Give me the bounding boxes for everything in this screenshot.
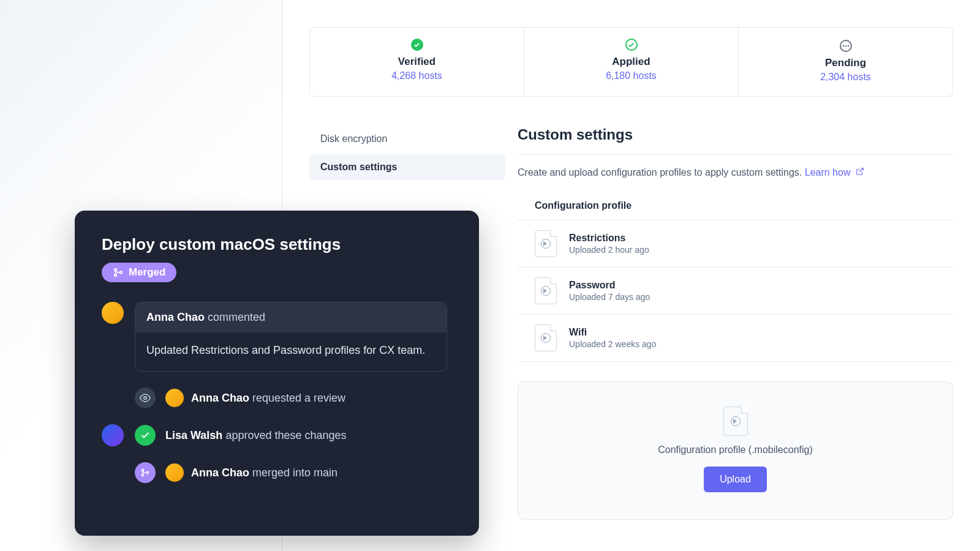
file-icon <box>535 230 557 257</box>
upload-label: Configuration profile (.mobileconfig) <box>518 444 952 455</box>
profile-meta: Uploaded 7 days ago <box>569 292 650 302</box>
profile-name: Password <box>569 280 650 291</box>
check-icon <box>135 425 156 446</box>
profile-row[interactable]: Password Uploaded 7 days ago <box>518 267 953 314</box>
settings-title: Custom settings <box>518 126 953 143</box>
git-merge-icon <box>113 267 124 278</box>
pr-event-text: Anna Chao merged into main <box>191 467 337 479</box>
svg-point-5 <box>115 274 117 277</box>
svg-point-2 <box>847 45 849 47</box>
upload-button[interactable]: Upload <box>704 467 767 492</box>
check-outline-icon <box>625 39 638 51</box>
profile-name: Restrictions <box>569 233 649 244</box>
comment-header: Anna Chao commented <box>135 302 447 332</box>
comment-box: Anna Chao commented Updated Restrictions… <box>135 302 447 372</box>
profile-row[interactable]: Restrictions Uploaded 2 hour ago <box>518 220 953 267</box>
stat-label: Verified <box>310 56 524 68</box>
profile-row[interactable]: Wifi Uploaded 2 weeks ago <box>518 314 953 362</box>
eye-icon <box>135 388 156 408</box>
comment-body: Updated Restrictions and Password profil… <box>135 332 447 371</box>
svg-line-3 <box>859 168 863 172</box>
profile-meta: Uploaded 2 hour ago <box>569 245 649 255</box>
pr-title: Deploy custom macOS settings <box>102 235 452 254</box>
stat-label: Applied <box>524 56 738 68</box>
stat-hosts: 2,304 hosts <box>739 72 952 83</box>
stats-row: Verified 4,268 hosts Applied 6,180 hosts… <box>309 27 953 97</box>
profile-name: Wifi <box>569 327 656 338</box>
check-filled-icon <box>411 39 423 51</box>
divider <box>518 154 953 155</box>
stat-verified[interactable]: Verified 4,268 hosts <box>310 28 524 96</box>
merged-badge: Merged <box>102 263 176 282</box>
dots-icon <box>840 40 852 52</box>
profiles-header: Configuration profile <box>518 200 953 220</box>
stat-pending[interactable]: Pending 2,304 hosts <box>739 28 952 96</box>
stat-hosts: 4,268 hosts <box>310 70 524 81</box>
pr-timeline: Anna Chao commented Updated Restrictions… <box>102 302 452 483</box>
pr-comment: Anna Chao commented Updated Restrictions… <box>102 302 452 372</box>
svg-point-0 <box>842 45 844 47</box>
profile-meta: Uploaded 2 weeks ago <box>569 339 656 349</box>
file-icon <box>535 324 557 351</box>
svg-point-1 <box>845 45 846 47</box>
avatar-lisa <box>102 424 124 446</box>
avatar-anna <box>165 463 184 482</box>
sidenav-item[interactable]: Disk encryption <box>309 126 505 152</box>
pr-event-text: Lisa Walsh approved these changes <box>165 429 347 442</box>
profiles-list: Restrictions Uploaded 2 hour ago Passwor… <box>518 220 953 362</box>
avatar-anna <box>165 389 184 407</box>
pr-event: Anna Chao requested a review <box>135 388 452 408</box>
settings-description: Create and upload configuration profiles… <box>518 167 953 178</box>
svg-point-8 <box>141 469 143 471</box>
stat-applied[interactable]: Applied 6,180 hosts <box>524 28 739 96</box>
file-icon <box>723 407 748 436</box>
svg-point-10 <box>146 471 148 473</box>
pr-event: Anna Chao merged into main <box>135 462 452 483</box>
pull-request-card: Deploy custom macOS settings Merged Anna… <box>75 211 479 536</box>
svg-point-6 <box>120 271 123 274</box>
pr-event: Lisa Walsh approved these changes <box>102 424 452 446</box>
svg-point-7 <box>144 397 147 400</box>
sidenav-item[interactable]: Custom settings <box>309 154 505 180</box>
svg-point-9 <box>141 474 143 476</box>
pr-event-text: Anna Chao requested a review <box>191 392 345 405</box>
upload-zone[interactable]: Configuration profile (.mobileconfig) Up… <box>518 381 953 520</box>
merge-icon <box>135 462 156 483</box>
avatar-anna <box>102 302 124 324</box>
svg-point-4 <box>115 269 117 271</box>
stat-label: Pending <box>739 57 952 69</box>
stat-hosts: 6,180 hosts <box>524 70 738 81</box>
file-icon <box>535 277 557 304</box>
learn-how-link[interactable]: Learn how <box>805 167 864 178</box>
external-link-icon <box>856 167 864 178</box>
settings-detail: Custom settings Create and upload config… <box>518 126 953 520</box>
